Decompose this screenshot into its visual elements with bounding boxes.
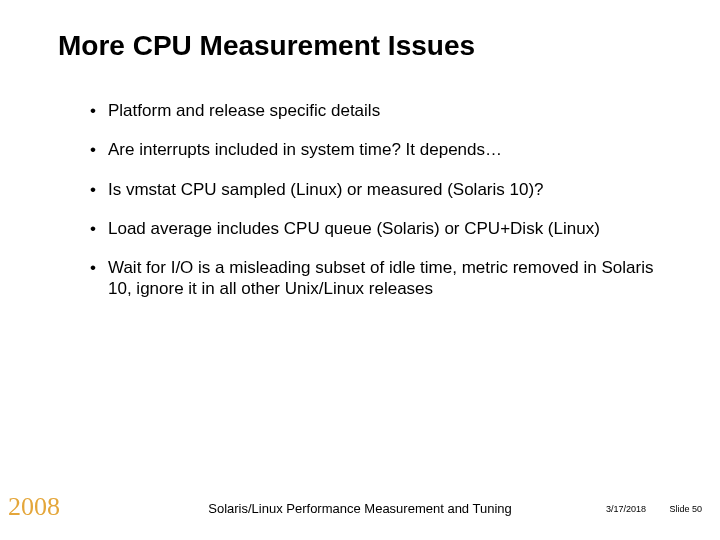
slide-title: More CPU Measurement Issues <box>58 30 670 62</box>
slide: More CPU Measurement Issues Platform and… <box>0 0 720 540</box>
bullet-item: Load average includes CPU queue (Solaris… <box>90 218 660 239</box>
footer-slide-number: Slide 50 <box>669 504 702 514</box>
bullet-item: Are interrupts included in system time? … <box>90 139 660 160</box>
bullet-item: Is vmstat CPU sampled (Linux) or measure… <box>90 179 660 200</box>
bullet-list: Platform and release specific details Ar… <box>90 100 660 300</box>
bullet-item: Wait for I/O is a misleading subset of i… <box>90 257 660 300</box>
footer-date: 3/17/2018 <box>606 504 646 514</box>
footer: 2008 Solaris/Linux Performance Measureme… <box>0 494 720 524</box>
bullet-item: Platform and release specific details <box>90 100 660 121</box>
